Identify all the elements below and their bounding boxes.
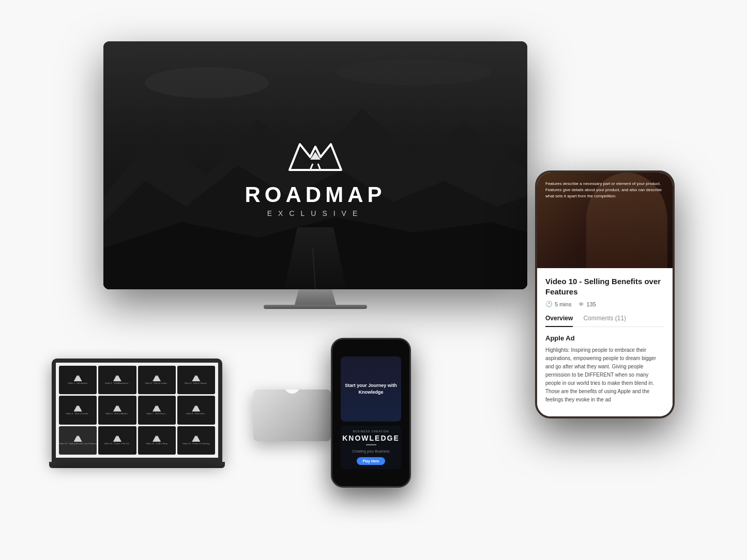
- laptop-cell-text-12: Video 13 - Power of Listening: [182, 443, 209, 445]
- laptop-cell-text-10: Video 11 - Power of the Of...: [104, 443, 130, 445]
- phone-center: Start your Journey with Knowledge BUSINE…: [331, 338, 411, 488]
- svg-point-2: [336, 59, 491, 85]
- laptop-cell-12[interactable]: Video 13 - Power of Listening: [177, 426, 215, 455]
- laptop-cell-text-3: Video 3 - How to create...: [145, 382, 169, 385]
- tp-tabs: Overview Comments (11): [545, 315, 664, 327]
- phone-bottom-section: BUSINESS CREATION KNOWLEDGE Creating you…: [341, 426, 401, 469]
- laptop-cell-logo-5: [74, 406, 82, 412]
- laptop-cell-logo-4: [192, 375, 200, 381]
- laptop-cell-7[interactable]: Video 7 - Self Out in...: [138, 396, 176, 424]
- monitor-screen: ROADMAP EXCLUSIVE: [103, 41, 527, 289]
- laptop-cell-logo-6: [113, 406, 121, 412]
- laptop-cell-text-5: Video 5 - How to Create...: [66, 413, 90, 415]
- phone-subtitle: Creating your Business: [352, 449, 389, 453]
- tp-meta: 🕐 5 mins 👁 135: [545, 301, 664, 307]
- laptop-screen-inner: Video 1 - Introduction Video 2 - Self Aw…: [56, 363, 218, 458]
- laptop-cell-text-6: Video 6 - How to Attract...: [105, 413, 129, 415]
- monitor-subtitle-text: EXCLUSIVE: [245, 209, 386, 217]
- monitor-background: ROADMAP EXCLUSIVE: [103, 41, 527, 289]
- laptop-cell-8[interactable]: Video 8 - Determine...: [177, 396, 215, 424]
- laptop: Video 1 - Introduction Video 2 - Self Aw…: [52, 359, 222, 472]
- laptop-grid: Video 1 - Introduction Video 2 - Self Aw…: [59, 366, 215, 455]
- tp-content-area: Video 10 - Selling Benefits over Feature…: [537, 268, 673, 416]
- monitor-logo: ROADMAP EXCLUSIVE: [245, 134, 386, 217]
- monitor: ROADMAP EXCLUSIVE: [103, 41, 527, 310]
- laptop-cell-1[interactable]: Video 1 - Introduction: [59, 366, 97, 394]
- laptop-cell-text-9: Video 10 - Selling Benefits over Feature…: [59, 443, 97, 445]
- phone-play-button[interactable]: Play Here: [357, 457, 386, 465]
- laptop-screen: Video 1 - Introduction Video 2 - Self Aw…: [52, 359, 222, 462]
- svg-point-1: [145, 67, 269, 98]
- phone-body: Start your Journey with Knowledge BUSINE…: [331, 338, 411, 488]
- tablet-phone-screen: Features describe a necessary part or el…: [537, 173, 673, 416]
- phone-title: KNOWLEDGE: [342, 434, 400, 442]
- monitor-stand: [295, 289, 336, 305]
- laptop-cell-4[interactable]: Video 4 - How to Speak...: [177, 366, 215, 394]
- laptop-cell-11[interactable]: Video 12 - Craft a Story: [138, 426, 176, 455]
- laptop-cell-text-1: Video 1 - Introduction: [68, 382, 88, 385]
- laptop-cell-6[interactable]: Video 6 - How to Attract...: [98, 396, 136, 424]
- tp-views: 👁 135: [578, 301, 596, 307]
- tp-duration: 🕐 5 mins: [545, 301, 571, 307]
- laptop-cell-logo-7: [153, 406, 161, 412]
- phone-badge: BUSINESS CREATION: [353, 430, 389, 433]
- laptop-cell-text-11: Video 12 - Craft a Story: [146, 443, 167, 445]
- laptop-cell-logo-11: [153, 435, 161, 442]
- tab-overview[interactable]: Overview: [545, 315, 573, 327]
- card-holder: [253, 390, 336, 452]
- monitor-base: [264, 305, 367, 309]
- laptop-cell-text-8: Video 8 - Determine...: [186, 413, 206, 415]
- tab-comments[interactable]: Comments (11): [583, 315, 626, 326]
- tp-video-area: Features describe a necessary part or el…: [537, 173, 673, 268]
- laptop-cell-logo-3: [153, 375, 161, 381]
- tp-body-text: Highlights: Inspiring people to embrace …: [545, 346, 664, 404]
- laptop-cell-5[interactable]: Video 5 - How to Create...: [59, 396, 97, 424]
- laptop-cell-2[interactable]: Video 2 - Self Awareness...: [98, 366, 136, 394]
- laptop-cell-10[interactable]: Video 11 - Power of the Of...: [98, 426, 136, 455]
- laptop-cell-logo-8: [192, 406, 200, 412]
- phone-top-text: Start your Journey with Knowledge: [341, 382, 401, 395]
- tp-section-title: Apple Ad: [545, 334, 664, 342]
- laptop-cell-text-4: Video 4 - How to Speak...: [185, 382, 208, 385]
- laptop-cell-text-2: Video 2 - Self Awareness...: [105, 382, 130, 385]
- eye-icon: 👁: [578, 301, 584, 307]
- clock-icon: 🕐: [545, 301, 553, 307]
- card-notch: [284, 390, 300, 394]
- card-main: [253, 390, 331, 441]
- phone-top-section: Start your Journey with Knowledge: [341, 356, 401, 422]
- tp-duration-value: 5 mins: [555, 301, 571, 307]
- phone-screen: Start your Journey with Knowledge BUSINE…: [332, 339, 409, 486]
- tablet-phone: Features describe a necessary part or el…: [535, 170, 675, 418]
- laptop-cell-logo-1: [74, 375, 82, 381]
- monitor-brand-text: ROADMAP: [245, 182, 386, 207]
- tablet-phone-body: Features describe a necessary part or el…: [535, 170, 675, 418]
- tp-video-title: Video 10 - Selling Benefits over Feature…: [545, 276, 664, 297]
- laptop-cell-text-7: Video 7 - Self Out in...: [147, 413, 167, 415]
- laptop-cell-logo-2: [113, 375, 121, 381]
- tp-video-overlay-text: Features describe a necessary part or el…: [545, 181, 664, 199]
- laptop-cell-3[interactable]: Video 3 - How to create...: [138, 366, 176, 394]
- laptop-cell-logo-9: [74, 435, 82, 442]
- laptop-cell-logo-12: [192, 435, 200, 442]
- scene: ROADMAP EXCLUSIVE Video 1 - Introduction: [0, 0, 747, 560]
- tp-views-value: 135: [586, 301, 596, 307]
- laptop-cell-logo-10: [113, 435, 121, 442]
- laptop-cell-9[interactable]: Video 10 - Selling Benefits over Feature…: [59, 426, 97, 455]
- laptop-base: [49, 462, 225, 468]
